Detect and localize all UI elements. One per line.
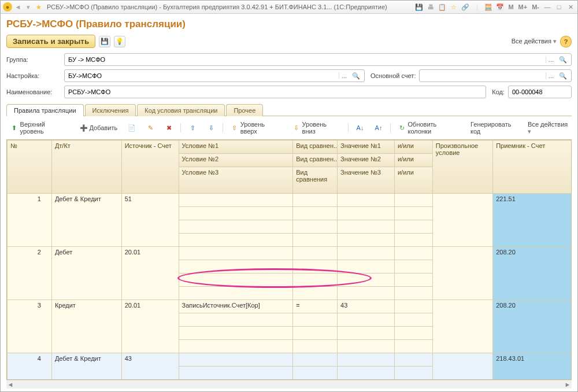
tab-other[interactable]: Прочее <box>226 104 263 116</box>
print-icon[interactable]: 🖶 <box>426 2 435 12</box>
table-row[interactable]: 4Дебет & Кредит43218.43.01 <box>8 353 572 367</box>
horizontal-scrollbar[interactable]: ◄ ► <box>6 380 572 389</box>
level-up-button[interactable]: ⇧Уровень вверх <box>227 119 286 136</box>
grid-container[interactable]: № Дт/Кт Источник - Счет Условие №1 Вид с… <box>6 139 572 380</box>
setting-choose-icon[interactable]: ... <box>339 72 349 79</box>
link-icon[interactable]: 🔗 <box>461 2 470 12</box>
group-search-icon[interactable]: 🔍 <box>557 56 569 64</box>
col-iili3[interactable]: и/или <box>394 167 432 194</box>
minimize-icon[interactable]: — <box>543 2 552 12</box>
setting-search-icon[interactable]: 🔍 <box>350 72 362 80</box>
name-field[interactable] <box>67 88 483 96</box>
group-choose-icon[interactable]: ... <box>546 56 556 63</box>
calendar-icon[interactable]: 📅 <box>495 2 505 12</box>
col-n[interactable]: № <box>8 140 52 194</box>
save-icon[interactable]: 💾 <box>414 2 424 12</box>
all-actions-dropdown[interactable]: Все действия <box>512 38 557 45</box>
edit-button[interactable]: ✎ <box>142 122 158 134</box>
sort-desc-button[interactable]: A↑ <box>370 122 387 134</box>
col-val3[interactable]: Значение №3 <box>338 167 395 194</box>
col-cond3[interactable]: Условие №3 <box>179 167 293 194</box>
move-up-button[interactable]: ⇧ <box>184 122 201 134</box>
app-window: ● ◄ ▾ ★ РСБУ->МСФО (Правило трансляции) … <box>0 0 578 392</box>
setting-input[interactable]: ... 🔍 <box>64 69 365 82</box>
col-iili2[interactable]: и/или <box>394 154 432 167</box>
main-acc-label: Основной счет: <box>370 72 416 79</box>
main-acc-search-icon[interactable]: 🔍 <box>557 72 569 80</box>
main-acc-field[interactable] <box>422 72 543 80</box>
pencil-icon: ✎ <box>146 124 154 132</box>
tab-cond-code[interactable]: Код условия трансляции <box>137 104 225 116</box>
main-acc-choose-icon[interactable]: ... <box>546 72 556 79</box>
table-row[interactable]: 3Кредит20.01ЗаписьИсточник.Счет[Кор]=432… <box>8 300 572 313</box>
table-row[interactable]: 2Дебет20.01208.20 <box>8 247 572 260</box>
sort-asc-icon: A↓ <box>356 124 364 132</box>
page-title: РСБУ->МСФО (Правило трансляции) <box>6 19 572 30</box>
move-down-button[interactable]: ⇩ <box>203 122 219 134</box>
tab-bar: Правила трансляции Исключения Код услови… <box>6 103 572 116</box>
window-title: РСБУ->МСФО (Правило трансляции) - Бухгал… <box>47 3 414 10</box>
col-src[interactable]: Источник - Счет <box>121 140 179 194</box>
fav-icon[interactable]: ☆ <box>449 2 458 12</box>
level-down-button[interactable]: ⇩Уровень вниз <box>288 119 344 136</box>
grid-toolbar: ⬆Верхний уровень ➕Добавить 📄 ✎ ✖ ⇧ ⇩ ⇧Ур… <box>6 119 572 136</box>
add-icon: ➕ <box>80 124 88 132</box>
group-field[interactable] <box>67 56 543 64</box>
back-icon[interactable]: ◄ <box>13 2 23 12</box>
table-row[interactable]: 1Дебет & Кредит51221.51 <box>8 194 572 207</box>
titlebar: ● ◄ ▾ ★ РСБУ->МСФО (Правило трансляции) … <box>1 1 577 14</box>
copy-icon[interactable]: 📋 <box>438 2 447 12</box>
mem-mplus[interactable]: M+ <box>518 3 528 10</box>
col-iili1[interactable]: и/или <box>394 140 432 154</box>
sep-icon: | <box>472 2 481 12</box>
setting-label: Настройка: <box>6 72 64 79</box>
scroll-right-icon[interactable]: ► <box>564 380 572 389</box>
add-button[interactable]: ➕Добавить <box>76 122 122 134</box>
col-cmp2[interactable]: Вид сравнен... <box>293 154 338 167</box>
up-level-button[interactable]: ⬆Верхний уровень <box>6 119 73 136</box>
save-close-button[interactable]: Записать и закрыть <box>6 35 95 48</box>
arrow-up-blue-icon: ⇧ <box>188 124 197 132</box>
level-down-icon: ⇩ <box>292 124 301 132</box>
tab-exclusions[interactable]: Исключения <box>85 104 136 116</box>
setting-field[interactable] <box>67 72 336 80</box>
col-arb[interactable]: Произвольное условие <box>432 140 492 194</box>
mem-m[interactable]: M <box>508 3 513 10</box>
level-up-icon: ⇧ <box>231 124 239 132</box>
code-field[interactable] <box>511 88 569 96</box>
delete-icon: ✖ <box>165 124 173 132</box>
name-input[interactable] <box>64 86 486 98</box>
fwd-icon[interactable]: ▾ <box>24 2 33 12</box>
col-cmp1[interactable]: Вид сравнен... <box>293 140 338 154</box>
tab-rules[interactable]: Правила трансляции <box>6 104 84 116</box>
col-cmp3[interactable]: Вид сравнения <box>293 167 338 194</box>
refresh-icon: ↻ <box>398 124 406 132</box>
close-icon[interactable]: ✕ <box>566 2 575 12</box>
refresh-cols-button[interactable]: ↻Обновить колонки <box>394 119 464 136</box>
delete-button[interactable]: ✖ <box>161 122 177 134</box>
code-input[interactable] <box>508 86 572 98</box>
maximize-icon[interactable]: □ <box>554 2 564 12</box>
help-button[interactable]: ? <box>560 36 572 47</box>
scroll-left-icon[interactable]: ◄ <box>6 380 14 389</box>
rules-grid[interactable]: № Дт/Кт Источник - Счет Условие №1 Вид с… <box>7 140 572 380</box>
col-val2[interactable]: Значение №2 <box>338 154 395 167</box>
group-input[interactable]: ... 🔍 <box>64 53 572 66</box>
arrow-up-icon: ⬆ <box>10 124 18 132</box>
sort-asc-button[interactable]: A↓ <box>352 122 368 134</box>
hint-button[interactable]: 💡 <box>114 36 125 47</box>
group-label: Группа: <box>6 56 64 63</box>
mem-mminus[interactable]: M- <box>532 3 539 10</box>
gen-code-button[interactable]: Генерировать код <box>466 119 525 136</box>
calc-icon[interactable]: 🧮 <box>484 2 493 12</box>
col-cond1[interactable]: Условие №1 <box>179 140 293 154</box>
col-val1[interactable]: Значение №1 <box>338 140 395 154</box>
save-button[interactable]: 💾 <box>99 36 110 47</box>
col-rec[interactable]: Приемник - Счет <box>493 140 572 194</box>
copy-row-button[interactable]: 📄 <box>124 122 140 134</box>
grid-all-actions-dropdown[interactable]: Все действия <box>528 121 572 135</box>
col-dtkt[interactable]: Дт/Кт <box>51 140 121 194</box>
star-icon[interactable]: ★ <box>34 2 43 12</box>
col-cond2[interactable]: Условие №2 <box>179 154 293 167</box>
main-acc-input[interactable]: ... 🔍 <box>419 69 572 82</box>
